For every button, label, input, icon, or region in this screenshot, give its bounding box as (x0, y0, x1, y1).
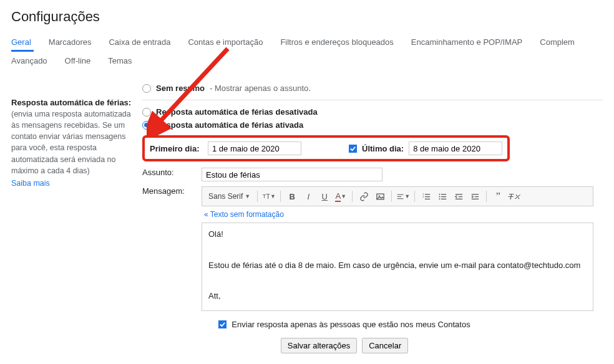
bold-icon[interactable]: B (285, 189, 299, 203)
tab-filtros[interactable]: Filtros e endereços bloqueados (280, 31, 402, 52)
tabs-row-2: Avançado Off-line Temas (0, 52, 614, 77)
bullet-list-icon[interactable] (436, 189, 449, 203)
tab-contas-importacao[interactable]: Contas e importação (188, 31, 271, 52)
text-color-icon[interactable]: A▼ (334, 189, 348, 203)
numbered-list-icon[interactable]: 12 (419, 189, 433, 203)
quote-icon[interactable]: ” (491, 189, 505, 203)
tab-marcadores[interactable]: Marcadores (49, 31, 100, 52)
radio-no-summary[interactable] (142, 84, 151, 93)
last-day-input[interactable] (409, 141, 502, 155)
msg-sign: Att, (208, 290, 587, 303)
plain-text-link[interactable]: « Texto sem formatação (202, 206, 286, 223)
radio-vacation-on[interactable] (142, 121, 151, 130)
indent-more-icon[interactable] (468, 189, 482, 203)
page-title: Configurações (0, 0, 614, 31)
svg-point-6 (439, 196, 440, 197)
vacation-on-label: Resposta automática de férias ativada (156, 120, 303, 130)
save-button[interactable]: Salvar alterações (281, 338, 357, 353)
no-summary-desc: - Mostrar apenas o assunto. (210, 84, 311, 93)
contacts-only-checkbox[interactable] (218, 320, 227, 328)
editor-toolbar: Sans Serif ▼ TT▼ B I U A▼ ▼ 12 (202, 186, 593, 206)
settings-form: Sem resumo - Mostrar apenas o assunto. R… (142, 82, 603, 353)
tab-temas[interactable]: Temas (108, 52, 140, 70)
no-summary-label: Sem resumo (156, 84, 205, 93)
font-selector[interactable]: Sans Serif ▼ (206, 192, 253, 201)
link-icon[interactable] (357, 189, 371, 203)
svg-point-7 (439, 198, 440, 199)
tab-offline[interactable]: Off-line (65, 52, 100, 70)
learn-more-link[interactable]: Saiba mais (11, 179, 50, 188)
first-day-label: Primeiro dia: (150, 144, 203, 153)
image-icon[interactable] (373, 189, 387, 203)
tab-avancado[interactable]: Avançado (11, 52, 56, 70)
message-label: Mensagem: (142, 186, 195, 196)
last-day-checkbox[interactable] (349, 145, 357, 153)
last-day-label: Último dia: (362, 144, 404, 153)
tab-caixa-entrada[interactable]: Caixa de entrada (109, 31, 179, 52)
subject-label: Assunto: (142, 168, 195, 177)
date-range-highlight: Primeiro dia: Último dia: (142, 135, 510, 161)
vacation-off-label: Resposta automática de férias desativada (156, 107, 318, 117)
radio-vacation-off[interactable] (142, 108, 151, 117)
section-desc: (envia uma resposta automatizada às mens… (11, 108, 135, 176)
tab-encaminhamento[interactable]: Encaminhamento e POP/IMAP (411, 31, 531, 52)
svg-text:2: 2 (422, 195, 424, 198)
tab-geral[interactable]: Geral (11, 31, 40, 52)
section-label: Resposta automática de férias: (11, 98, 135, 107)
message-body-editor[interactable]: Olá! Estou de férias até o dia 8 de maio… (202, 223, 593, 311)
underline-icon[interactable]: U (318, 189, 331, 203)
indent-less-icon[interactable] (452, 189, 465, 203)
subject-input[interactable] (202, 168, 383, 181)
align-icon[interactable]: ▼ (396, 189, 410, 203)
tabs-row-1: Geral Marcadores Caixa de entrada Contas… (0, 31, 614, 52)
tab-complem[interactable]: Complem (540, 31, 583, 52)
sidebar-section: Resposta automática de férias: (envia um… (11, 82, 142, 353)
first-day-input[interactable] (208, 141, 301, 155)
msg-greeting: Olá! (208, 228, 587, 241)
svg-point-5 (439, 193, 440, 194)
contacts-only-label: Enviar resposta apenas às pessoas que es… (231, 320, 470, 329)
italic-icon[interactable]: I (301, 189, 315, 203)
clear-format-icon[interactable]: T⤫ (507, 189, 521, 203)
cancel-button[interactable]: Cancelar (362, 338, 408, 353)
font-size-icon[interactable]: TT▼ (262, 189, 276, 203)
msg-main: Estou de férias até o dia 8 de maio. Em … (208, 259, 587, 272)
